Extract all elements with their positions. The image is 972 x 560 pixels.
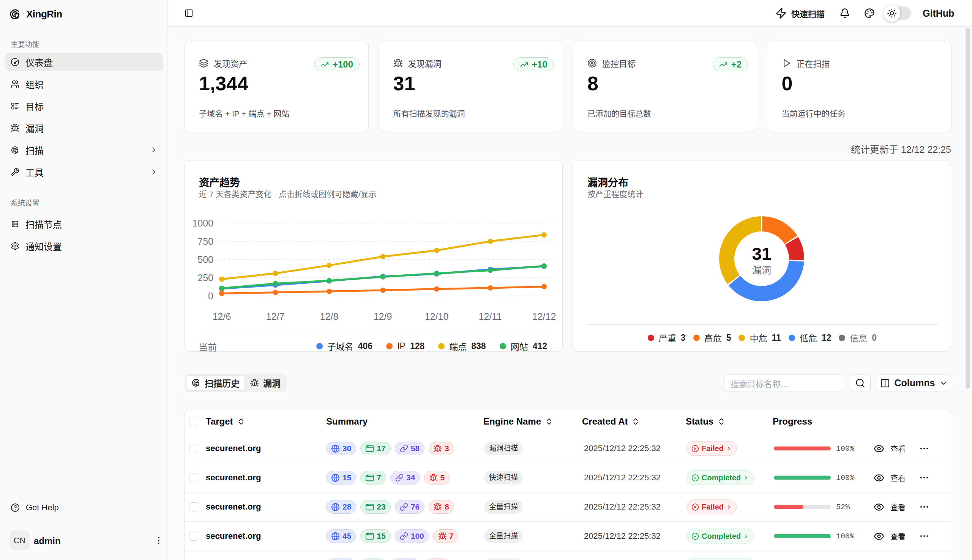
svg-text:12/11: 12/11	[479, 311, 502, 322]
svg-text:0: 0	[208, 291, 214, 301]
svg-text:12/10: 12/10	[425, 311, 449, 322]
svg-text:1000: 1000	[192, 218, 214, 228]
svg-text:12/12: 12/12	[532, 311, 556, 322]
svg-text:漏洞: 漏洞	[752, 265, 771, 275]
svg-text:12/9: 12/9	[374, 311, 392, 322]
svg-text:750: 750	[197, 236, 214, 247]
svg-text:500: 500	[197, 254, 214, 265]
svg-text:12/7: 12/7	[266, 311, 285, 322]
svg-text:12/6: 12/6	[213, 311, 231, 322]
svg-text:31: 31	[752, 244, 771, 264]
svg-text:12/8: 12/8	[320, 311, 339, 322]
svg-text:250: 250	[197, 272, 214, 283]
